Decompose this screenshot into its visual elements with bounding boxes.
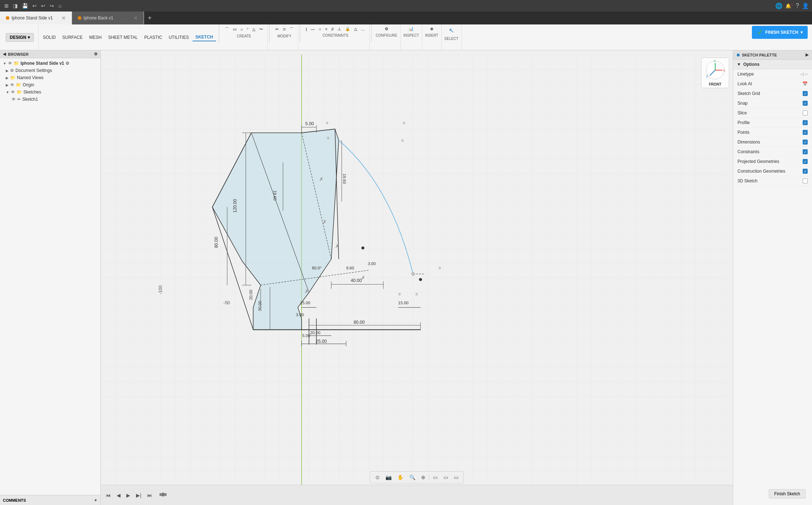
user-icon[interactable]: 👤 xyxy=(802,3,809,9)
zoom-btn[interactable]: 🔍 xyxy=(407,473,418,482)
projected-checkbox[interactable]: ✓ xyxy=(803,159,808,164)
finish-sketch-button[interactable]: ✓ FINISH SKETCH ▾ xyxy=(752,26,808,39)
constrain-circle[interactable]: ○ xyxy=(317,26,323,32)
play-prev-btn[interactable]: ◀ xyxy=(114,491,123,500)
constrain-vert[interactable]: | xyxy=(304,26,308,32)
constrain-tri[interactable]: △ xyxy=(353,26,358,32)
undo-icon[interactable]: ↩ xyxy=(31,2,38,9)
constraints-checkbox[interactable]: ✓ xyxy=(803,149,808,154)
file-icon[interactable]: ◨ xyxy=(12,2,19,9)
select-group[interactable]: ↖ SELECT xyxy=(442,24,462,50)
grid-btn[interactable]: ▭ xyxy=(452,473,461,482)
help-icon[interactable]: ? xyxy=(796,3,799,9)
tab-iphone-back[interactable]: Iphone Back v1 ✕ xyxy=(72,12,144,24)
home-view-btn[interactable]: ⊙ xyxy=(373,473,382,482)
constrain-parallel[interactable]: // xyxy=(330,26,335,32)
spline-tool[interactable]: 〜 xyxy=(258,26,265,33)
axis-widget[interactable]: X Y Z xyxy=(704,59,726,81)
constrain-perp[interactable]: ⊥ xyxy=(336,26,343,32)
line-tool[interactable]: ⌒ xyxy=(224,26,230,33)
nav-utilities[interactable]: UTILITIES xyxy=(166,34,192,41)
tree-sketch1[interactable]: 👁 ✏ Sketch1 xyxy=(0,96,100,103)
linetype-icon2[interactable]: ○ xyxy=(805,72,808,77)
tab-close-1[interactable]: ✕ xyxy=(62,15,66,21)
dimensions-checkbox[interactable]: ✓ xyxy=(803,140,808,145)
tab-iphone-stand-side[interactable]: Iphone Stand Side v1 ✕ xyxy=(0,12,72,24)
sketches-eye-icon[interactable]: 👁 xyxy=(11,90,15,95)
palette-expand-icon[interactable]: ▶ xyxy=(806,53,808,57)
inspect-btn[interactable]: 📊 xyxy=(407,26,415,32)
browser-settings-icon[interactable]: ⚙ xyxy=(94,52,98,56)
trim-tool[interactable]: ✂ xyxy=(274,26,280,32)
sidebar-collapse-icon[interactable]: ◀ xyxy=(3,52,6,56)
tree-sketches[interactable]: ▼ 👁 📁 Sketches xyxy=(0,88,100,96)
tab-close-2[interactable]: ✕ xyxy=(134,15,138,21)
tree-named-views[interactable]: ▶ 📁 Named Views xyxy=(0,74,100,81)
constrain-horiz[interactable]: — xyxy=(310,26,316,32)
design-menu[interactable]: DESIGN ▾ xyxy=(1,24,39,50)
sketch1-eye-icon[interactable]: 👁 xyxy=(12,97,16,102)
offset-tool[interactable]: ⊃ xyxy=(281,26,287,32)
configure-group[interactable]: ⚙ CONFIGURE xyxy=(373,24,401,50)
insert-group[interactable]: ⊕ INSERT xyxy=(422,24,442,50)
notification-badge[interactable]: 🔔1 xyxy=(785,3,793,9)
play-end-btn[interactable]: ⏭ xyxy=(145,491,154,500)
pan-btn[interactable]: ✋ xyxy=(395,473,406,482)
tree-root[interactable]: ▼ 👁 📁 Iphone Stand Side v1 ⚙ xyxy=(0,60,100,67)
nav-surface[interactable]: SURFACE xyxy=(59,34,86,41)
display-mode-btn[interactable]: ▭ xyxy=(431,473,440,482)
origin-eye-icon[interactable]: 👁 xyxy=(10,82,14,87)
arc-tool[interactable]: ◜ xyxy=(245,26,250,32)
circle-tool[interactable]: ○ xyxy=(239,27,244,32)
nav-solid[interactable]: SOLID xyxy=(40,34,59,41)
3dsketch-checkbox[interactable] xyxy=(803,178,808,183)
root-settings-icon[interactable]: ⚙ xyxy=(66,61,69,66)
sketch-canvas[interactable]: -100 -50 5.00 xyxy=(101,50,733,505)
constrain-lock[interactable]: 🔒 xyxy=(344,26,352,32)
save-icon[interactable]: 💾 xyxy=(21,2,30,9)
play-btn[interactable]: ▶ xyxy=(124,491,132,500)
sketchgrid-checkbox[interactable]: ✓ xyxy=(803,91,808,96)
design-button[interactable]: DESIGN ▾ xyxy=(6,33,34,42)
snap-checkbox[interactable]: ✓ xyxy=(803,101,808,106)
constrain-more[interactable]: … xyxy=(360,26,366,32)
insert-btn[interactable]: ⊕ xyxy=(429,26,435,32)
root-eye-icon[interactable]: 👁 xyxy=(8,61,12,66)
profile-checkbox[interactable]: ✓ xyxy=(803,120,808,125)
timeline-icon[interactable] xyxy=(159,490,167,500)
slice-checkbox[interactable] xyxy=(803,110,808,115)
camera-btn[interactable]: 📷 xyxy=(383,473,394,482)
canvas[interactable]: -100 -50 5.00 xyxy=(101,50,733,505)
play-beginning-btn[interactable]: ⏮ xyxy=(104,491,113,500)
nav-plastic[interactable]: PLASTIC xyxy=(141,34,165,41)
mirror-tool[interactable]: ⌒ xyxy=(288,26,295,33)
timeline-widget[interactable] xyxy=(159,490,167,499)
lookat-icon[interactable]: 📅 xyxy=(802,81,808,86)
select-btn[interactable]: ↖ xyxy=(447,26,456,35)
finish-sketch-group[interactable]: ✓ FINISH SKETCH ▾ xyxy=(749,24,811,50)
nav-sheetmetal[interactable]: SHEET METAL xyxy=(105,34,140,41)
linetype-icon1[interactable]: ◁ xyxy=(800,72,804,77)
grid-icon[interactable]: ⊞ xyxy=(3,2,10,9)
undo2-icon[interactable]: ↩ xyxy=(40,2,47,9)
play-next-btn[interactable]: ▶| xyxy=(134,491,144,500)
rect-tool[interactable]: ▭ xyxy=(231,26,238,32)
comments-add-icon[interactable]: ＋ xyxy=(94,497,98,503)
globe-icon[interactable]: 🌐 xyxy=(775,3,782,9)
constrain-equal[interactable]: = xyxy=(324,26,329,32)
finish-sketch-palette-button[interactable]: Finish Sketch xyxy=(769,489,806,499)
points-checkbox[interactable]: ✓ xyxy=(803,130,808,135)
new-tab-button[interactable]: + xyxy=(144,12,155,24)
nav-sketch[interactable]: SKETCH xyxy=(193,33,216,41)
nav-mesh[interactable]: MESH xyxy=(86,34,105,41)
home-icon[interactable]: ⌂ xyxy=(57,2,63,9)
polygon-tool[interactable]: △ xyxy=(251,26,257,32)
inspect-group[interactable]: 📊 INSPECT xyxy=(401,24,422,50)
construction-checkbox[interactable]: ✓ xyxy=(803,169,808,174)
effects-btn[interactable]: ▭ xyxy=(441,473,450,482)
redo-icon[interactable]: ↪ xyxy=(48,2,55,9)
tree-doc-settings[interactable]: ▶ ⚙ Document Settings xyxy=(0,67,100,74)
configure-btn[interactable]: ⚙ xyxy=(383,26,390,32)
zoom-fit-btn[interactable]: ⊕ xyxy=(419,473,428,482)
tree-origin[interactable]: ▶ 👁 📁 Origin xyxy=(0,81,100,88)
